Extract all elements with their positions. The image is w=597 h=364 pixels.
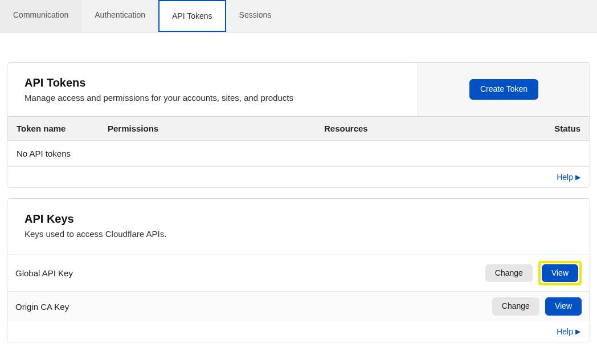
help-label: Help	[557, 327, 573, 336]
tabs-bar: Communication Authentication API Tokens …	[0, 0, 597, 32]
key-name-global: Global API Key	[15, 268, 73, 278]
col-status: Status	[501, 124, 580, 133]
key-row-origin: Origin CA Key Change View	[7, 291, 590, 321]
view-button-origin[interactable]: View	[545, 297, 582, 315]
caret-right-icon: ▶	[575, 173, 580, 181]
api-tokens-table-head: Token name Permissions Resources Status	[7, 116, 590, 141]
api-keys-help-link[interactable]: Help ▶	[557, 327, 580, 336]
caret-right-icon: ▶	[575, 328, 580, 336]
api-tokens-title: API Tokens	[24, 76, 400, 89]
tab-sessions[interactable]: Sessions	[226, 0, 285, 32]
api-tokens-card: API Tokens Manage access and permissions…	[7, 62, 590, 188]
api-keys-card: API Keys Keys used to access Cloudflare …	[7, 198, 590, 342]
api-keys-title: API Keys	[24, 212, 573, 226]
create-token-button[interactable]: Create Token	[469, 79, 538, 99]
help-label: Help	[557, 173, 573, 182]
col-resources: Resources	[324, 124, 501, 133]
api-tokens-footer: Help ▶	[7, 167, 590, 187]
api-keys-footer: Help ▶	[7, 321, 590, 342]
api-tokens-empty: No API tokens	[7, 141, 590, 167]
col-permissions: Permissions	[108, 124, 324, 133]
api-keys-description: Keys used to access Cloudflare APIs.	[24, 229, 573, 239]
api-keys-header: API Keys Keys used to access Cloudflare …	[7, 199, 590, 255]
key-name-origin: Origin CA Key	[15, 302, 69, 312]
api-tokens-description: Manage access and permissions for your a…	[24, 93, 400, 103]
view-button-global[interactable]: View	[542, 264, 578, 282]
col-token-name: Token name	[17, 124, 108, 133]
tab-communication[interactable]: Communication	[0, 0, 81, 32]
tab-authentication[interactable]: Authentication	[81, 0, 158, 32]
key-row-global: Global API Key Change View	[7, 255, 590, 291]
api-tokens-help-link[interactable]: Help ▶	[557, 173, 580, 182]
api-tokens-header: API Tokens Manage access and permissions…	[7, 63, 590, 116]
key-actions-origin: Change View	[492, 297, 582, 315]
tab-api-tokens[interactable]: API Tokens	[158, 0, 226, 32]
api-tokens-header-text: API Tokens Manage access and permissions…	[7, 63, 418, 116]
api-tokens-header-action: Create Token	[418, 63, 590, 116]
page-content: API Tokens Manage access and permissions…	[0, 32, 597, 356]
change-button-origin[interactable]: Change	[492, 297, 539, 315]
key-actions-global: Change View	[485, 261, 582, 285]
change-button-global[interactable]: Change	[485, 264, 533, 282]
highlighted-view-wrap: View	[538, 261, 582, 285]
